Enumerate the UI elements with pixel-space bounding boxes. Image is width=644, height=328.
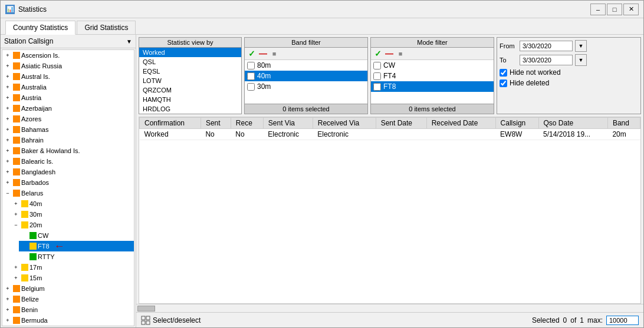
tree-item-bahamas[interactable]: + Bahamas <box>2 124 134 135</box>
tree-item-bermuda[interactable]: + Bermuda <box>2 315 134 326</box>
tree-item-azores[interactable]: + Azores <box>2 114 134 124</box>
callsign-dropdown-arrow[interactable]: ▼ <box>126 38 132 45</box>
tree-item-balearic[interactable]: + Balearic Is. <box>2 156 134 167</box>
mode-checkbox-cw[interactable] <box>373 62 381 69</box>
tree-item-15m[interactable]: + 15m <box>11 273 134 283</box>
col-band[interactable]: Band <box>607 118 640 129</box>
tree-item-baker[interactable]: + Baker & Howland Is. <box>2 145 134 156</box>
expand-balearic[interactable]: + <box>4 157 12 165</box>
tree-item-australia[interactable]: + Australia <box>2 82 134 92</box>
col-sent[interactable]: Sent <box>201 118 231 129</box>
tree-item-rtty[interactable]: RTTY <box>19 251 134 262</box>
mode-checkbox-ft4[interactable] <box>373 72 381 80</box>
tree-item-17m[interactable]: + 17m <box>11 262 134 273</box>
expand-bermuda[interactable]: + <box>4 316 12 324</box>
expand-bangladesh[interactable]: + <box>4 168 12 176</box>
band-item-30m[interactable]: 30m <box>245 81 367 92</box>
tree-item-40m[interactable]: + 40m <box>11 198 134 209</box>
col-received-via[interactable]: Received Via <box>313 118 376 129</box>
mode-checkbox-ft8[interactable] <box>373 83 381 91</box>
band-checkbox-80m[interactable] <box>247 62 255 69</box>
mode-filter-check-icon[interactable]: ✓ <box>373 49 383 58</box>
band-checkbox-40m[interactable] <box>247 72 255 80</box>
tree-item-30m[interactable]: + 30m <box>11 209 134 220</box>
tab-country-statistics[interactable]: Country Statistics <box>5 21 75 35</box>
expand-15m[interactable]: + <box>12 274 20 282</box>
expand-baker[interactable]: + <box>4 147 12 155</box>
tree-item-belgium[interactable]: + Belgium <box>2 283 134 294</box>
stat-item-hrdlog[interactable]: HRDLOG <box>139 104 241 114</box>
col-sent-date[interactable]: Sent Date <box>376 118 426 129</box>
expand-30m[interactable]: + <box>12 210 20 218</box>
tree-item-asiatic-russia[interactable]: + Asiatic Russia <box>2 61 134 71</box>
tree-item-azerbaijan[interactable]: + Azerbaijan <box>2 103 134 114</box>
tree-item-20m[interactable]: − 20m <box>11 220 134 230</box>
band-filter-extra-icon[interactable]: ■ <box>270 49 279 58</box>
minimize-button[interactable]: – <box>590 4 606 15</box>
band-checkbox-30m[interactable] <box>247 83 255 91</box>
tree-item-austral[interactable]: + Austral Is. <box>2 71 134 82</box>
mode-item-ft4[interactable]: FT4 <box>371 71 494 81</box>
tree-item-ascension[interactable]: + Ascension Is. <box>2 50 134 61</box>
close-button[interactable]: ✕ <box>623 4 639 15</box>
stat-item-worked[interactable]: Worked <box>139 48 241 57</box>
expand-belarus[interactable]: − <box>4 189 12 197</box>
tree-item-bahrain[interactable]: + Bahrain <box>2 135 134 145</box>
expand-ascension[interactable]: + <box>4 51 12 59</box>
mode-filter-extra-icon[interactable]: ■ <box>396 49 405 58</box>
maximize-button[interactable]: □ <box>607 4 622 15</box>
hide-not-worked-checkbox[interactable] <box>500 69 507 77</box>
band-filter-minus-icon[interactable]: — <box>258 49 268 58</box>
mode-filter-list[interactable]: CW FT4 FT8 <box>371 60 494 104</box>
expand-40m[interactable]: + <box>12 200 20 208</box>
col-qso-date[interactable]: Qso Date <box>538 118 607 129</box>
expand-asiatic-russia[interactable]: + <box>4 62 12 70</box>
expand-bahrain[interactable]: + <box>4 136 12 144</box>
to-date-picker-button[interactable]: ▼ <box>575 54 587 66</box>
expand-azerbaijan[interactable]: + <box>4 104 12 112</box>
h-scrollbar[interactable] <box>136 304 643 312</box>
select-deselect-group[interactable]: Select/deselect <box>141 316 201 325</box>
mode-filter-minus-icon[interactable]: — <box>385 49 394 58</box>
tree-item-benin[interactable]: + Benin <box>2 304 134 315</box>
max-input[interactable] <box>606 316 639 325</box>
col-callsign[interactable]: Callsign <box>495 118 538 129</box>
from-date-input[interactable] <box>520 41 573 51</box>
band-filter-check-icon[interactable]: ✓ <box>247 49 257 58</box>
stat-item-qrzcom[interactable]: QRZCOM <box>139 85 241 95</box>
data-table-container[interactable]: Confirmation Sent Rece Sent Via Received… <box>139 117 641 304</box>
expand-barbados[interactable]: + <box>4 178 12 187</box>
tree-item-barbados[interactable]: + Barbados <box>2 177 134 188</box>
mode-item-cw[interactable]: CW <box>371 60 494 71</box>
table-row[interactable]: Worked No No Electronic Electronic EW8W … <box>140 129 640 140</box>
tree-item-ft8[interactable]: FT8 ← <box>19 241 134 251</box>
tree-container[interactable]: + Ascension Is. + Asiatic Russia + Austr… <box>2 49 134 326</box>
to-date-input[interactable] <box>520 55 573 65</box>
tree-item-austria[interactable]: + Austria <box>2 92 134 103</box>
expand-azores[interactable]: + <box>4 115 12 123</box>
expand-benin[interactable]: + <box>4 306 12 314</box>
expand-belize[interactable]: + <box>4 295 12 303</box>
col-received-date[interactable]: Received Date <box>426 118 495 129</box>
band-item-80m[interactable]: 80m <box>245 60 367 71</box>
stat-item-eqsl[interactable]: EQSL <box>139 67 241 76</box>
tree-item-belize[interactable]: + Belize <box>2 294 134 304</box>
band-filter-list[interactable]: 80m 40m 30m <box>245 60 367 104</box>
statistic-view-list[interactable]: Worked QSL EQSL LOTW QRZCOM HAMQTH HRDLO… <box>139 48 241 114</box>
col-sent-via[interactable]: Sent Via <box>263 118 313 129</box>
stat-item-hamqth[interactable]: HAMQTH <box>139 95 241 104</box>
col-rece[interactable]: Rece <box>231 118 263 129</box>
expand-austral[interactable]: + <box>4 72 12 81</box>
col-confirmation[interactable]: Confirmation <box>140 118 201 129</box>
expand-australia[interactable]: + <box>4 83 12 91</box>
from-date-picker-button[interactable]: ▼ <box>575 40 587 52</box>
tree-item-cw[interactable]: CW <box>19 230 134 241</box>
h-scroll-thumb[interactable] <box>137 306 155 312</box>
stat-item-qsl[interactable]: QSL <box>139 57 241 67</box>
tab-grid-statistics[interactable]: Grid Statistics <box>77 21 136 34</box>
expand-belgium[interactable]: + <box>4 284 12 293</box>
expand-bahamas[interactable]: + <box>4 125 12 134</box>
tree-item-bolivia[interactable]: + Bolivia <box>2 326 134 326</box>
expand-austria[interactable]: + <box>4 94 12 102</box>
hide-deleted-checkbox[interactable] <box>500 79 507 87</box>
